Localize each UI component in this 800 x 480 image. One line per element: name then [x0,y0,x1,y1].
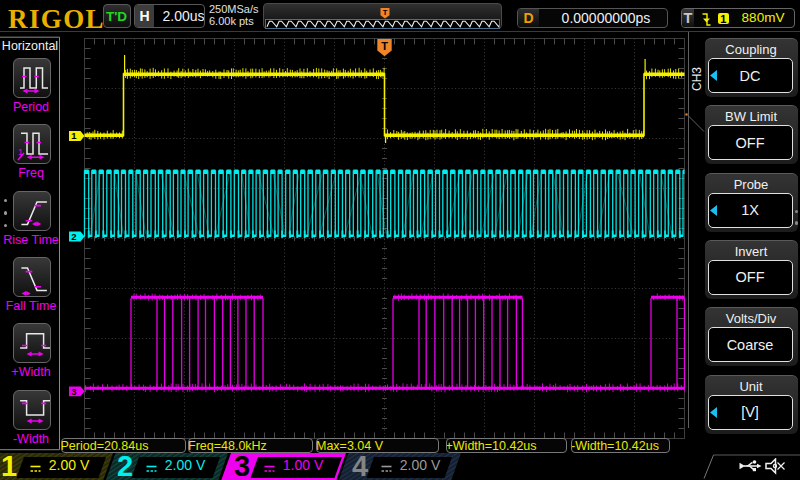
svg-text:1: 1 [71,130,77,141]
svg-text:2: 2 [71,231,76,242]
svg-text:T: T [381,40,388,52]
svg-text:T: T [383,8,388,17]
svg-text:3: 3 [71,386,76,397]
